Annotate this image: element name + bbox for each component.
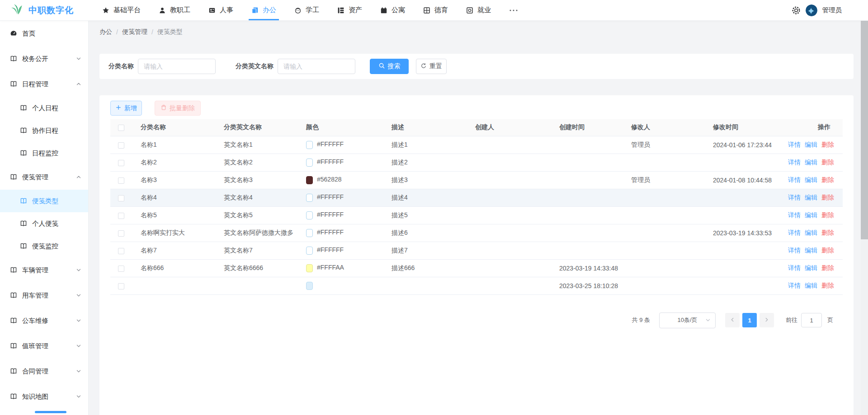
edit-link[interactable]: 编辑 <box>805 264 817 271</box>
nav-item-staff[interactable]: 教职工 <box>159 0 190 20</box>
sidebar-item-contract-mgmt[interactable]: 合同管理 <box>0 359 88 384</box>
page-size-select[interactable]: 10条/页 <box>659 312 716 328</box>
page-scrollbar[interactable] <box>861 21 868 415</box>
star-icon <box>102 7 109 14</box>
select-all-checkbox[interactable] <box>118 125 124 131</box>
detail-link[interactable]: 详情 <box>788 176 801 183</box>
nav-item-assets[interactable]: 资产 <box>337 0 362 20</box>
delete-link[interactable]: 删除 <box>821 159 834 166</box>
sidebar-item-bus-maintenance[interactable]: 公车维修 <box>0 308 88 333</box>
sidebar-item-duty-mgmt[interactable]: 值班管理 <box>0 333 88 359</box>
sidebar-item-personal-schedule[interactable]: 个人日程 <box>0 97 88 119</box>
nav-item-student-affairs[interactable]: 学工 <box>294 0 319 20</box>
edit-link[interactable]: 编辑 <box>805 282 817 289</box>
search-panel: 分类名称 分类英文名称 搜索 重置 <box>99 54 854 79</box>
row-checkbox[interactable] <box>118 248 124 254</box>
doc-icon <box>251 7 259 14</box>
detail-link[interactable]: 详情 <box>788 229 801 236</box>
edit-link[interactable]: 编辑 <box>805 229 817 236</box>
delete-link[interactable]: 删除 <box>821 282 834 289</box>
en-name-search-input[interactable] <box>278 59 355 74</box>
row-checkbox[interactable] <box>118 213 124 219</box>
detail-link[interactable]: 详情 <box>788 264 801 271</box>
breadcrumb-item[interactable]: 办公 <box>99 28 112 36</box>
detail-link[interactable]: 详情 <box>788 211 801 219</box>
user-name[interactable]: 管理员 <box>822 6 842 14</box>
delete-link[interactable]: 删除 <box>821 247 834 254</box>
main-content: 办公/便笺管理/便笺类型 分类名称 分类英文名称 搜索 重置 <box>89 21 868 415</box>
edit-link[interactable]: 编辑 <box>805 176 817 183</box>
detail-link[interactable]: 详情 <box>788 247 801 254</box>
next-page-button[interactable] <box>760 313 774 327</box>
row-checkbox[interactable] <box>118 283 124 289</box>
breadcrumb-item[interactable]: 便笺管理 <box>122 28 147 36</box>
sidebar-item-personal-memo[interactable]: 个人便笺 <box>0 212 88 235</box>
detail-link[interactable]: 详情 <box>788 194 801 201</box>
sidebar-item-knowledge-map[interactable]: 知识地图 <box>0 384 88 409</box>
sidebar-item-schedule-monitor[interactable]: 日程监控 <box>0 142 88 164</box>
delete-link[interactable]: 删除 <box>821 176 834 183</box>
name-search-input[interactable] <box>138 59 216 74</box>
sidebar-item-memo-mgmt[interactable]: 便笺管理 <box>0 164 88 190</box>
delete-link[interactable]: 删除 <box>821 211 834 219</box>
nav-item-more[interactable] <box>509 0 518 20</box>
sidebar-scrollbar-thumb[interactable] <box>35 411 66 413</box>
refresh-icon <box>420 63 427 70</box>
row-checkbox[interactable] <box>118 266 124 272</box>
edit-link[interactable]: 编辑 <box>805 247 817 254</box>
delete-link[interactable]: 删除 <box>821 264 834 271</box>
edit-link[interactable]: 编辑 <box>805 211 817 219</box>
cell-name: 名称2 <box>134 154 217 171</box>
sidebar-item-school-open[interactable]: 校务公开 <box>0 46 88 71</box>
row-select-cell <box>110 136 134 154</box>
sidebar-item-car-use-mgmt[interactable]: 用车管理 <box>0 283 88 308</box>
detail-link[interactable]: 详情 <box>788 159 801 166</box>
row-checkbox[interactable] <box>118 230 124 237</box>
sidebar-item-memo-type[interactable]: 便笺类型 <box>0 190 88 212</box>
prev-page-button[interactable] <box>725 313 740 327</box>
sidebar-item-home[interactable]: 首页 <box>0 21 88 46</box>
row-checkbox[interactable] <box>118 177 124 184</box>
color-hex: #FFFFFF <box>317 158 344 165</box>
nav-item-moral-education[interactable]: 德育 <box>423 0 448 20</box>
book-icon <box>10 55 17 62</box>
batch-delete-button[interactable]: 批量删除 <box>155 101 201 116</box>
delete-link[interactable]: 删除 <box>821 194 834 201</box>
book-icon <box>20 149 27 157</box>
delete-link[interactable]: 删除 <box>821 141 834 148</box>
cell-actions: 详情编辑删除 <box>778 206 843 224</box>
cell-name <box>134 277 217 294</box>
sidebar-item-memo-monitor[interactable]: 便笺监控 <box>0 235 88 257</box>
nav-item-employment[interactable]: 就业 <box>466 0 491 20</box>
row-checkbox[interactable] <box>118 142 124 149</box>
cell-create-time: 2023-03-19 14:33:48 <box>553 259 625 277</box>
edit-link[interactable]: 编辑 <box>805 194 817 201</box>
book-icon <box>20 104 27 112</box>
add-button[interactable]: 新增 <box>110 101 142 116</box>
goto-page-input[interactable] <box>801 313 822 327</box>
nav-item-label: 资产 <box>349 6 362 14</box>
page-button-1[interactable]: 1 <box>742 313 757 327</box>
detail-link[interactable]: 详情 <box>788 141 801 148</box>
delete-link[interactable]: 删除 <box>821 229 834 236</box>
edit-link[interactable]: 编辑 <box>805 159 817 166</box>
nav-item-hr[interactable]: 人事 <box>208 0 233 20</box>
row-checkbox[interactable] <box>118 195 124 201</box>
user-avatar[interactable] <box>806 5 817 16</box>
sidebar-item-collab-schedule[interactable]: 协作日程 <box>0 119 88 142</box>
nav-item-apartment[interactable]: 公寓 <box>380 0 405 20</box>
edit-link[interactable]: 编辑 <box>805 141 817 148</box>
breadcrumb-separator: / <box>151 28 153 36</box>
nav-item-platform[interactable]: 基础平台 <box>102 0 141 20</box>
search-button[interactable]: 搜索 <box>370 59 409 74</box>
scrollbar-thumb[interactable] <box>861 21 868 239</box>
cell-name: 名称4 <box>134 189 217 206</box>
row-checkbox[interactable] <box>118 160 124 166</box>
detail-link[interactable]: 详情 <box>788 282 801 289</box>
reset-button[interactable]: 重置 <box>416 59 447 74</box>
top-navbar: 中职数字化 基础平台教职工人事办公学工资产公寓德育就业 管理员 <box>0 0 868 21</box>
sidebar-item-vehicle-mgmt[interactable]: 车辆管理 <box>0 257 88 283</box>
settings-gear-icon[interactable] <box>792 6 801 15</box>
sidebar-item-schedule-mgmt[interactable]: 日程管理 <box>0 71 88 97</box>
nav-item-office[interactable]: 办公 <box>251 0 276 20</box>
